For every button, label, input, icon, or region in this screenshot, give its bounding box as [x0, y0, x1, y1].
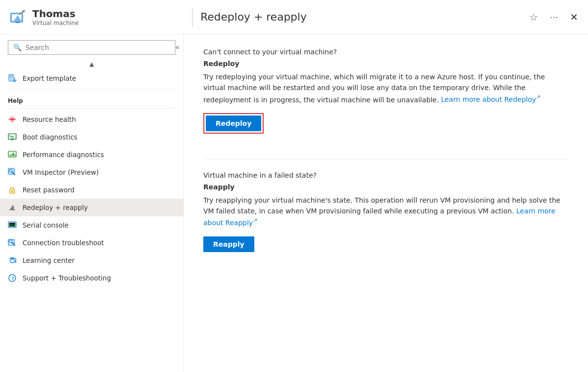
support-troubleshooting-icon: ?	[8, 274, 17, 282]
svg-rect-10	[11, 140, 13, 140]
redeploy-title: Redeploy	[203, 60, 568, 68]
header-actions: ☆ ··· ✕	[527, 9, 580, 25]
search-area: 🔍	[0, 34, 183, 59]
vm-inspector-icon	[8, 168, 17, 177]
redeploy-button[interactable]: Redeploy	[206, 116, 261, 131]
svg-point-29	[15, 261, 17, 263]
sidebar-item-vm-inspector[interactable]: VM Inspector (Preview)	[0, 163, 183, 181]
svg-text:101: 101	[10, 223, 15, 227]
close-icon: ✕	[570, 11, 578, 23]
redeploy-button-wrapper: Redeploy	[203, 113, 264, 134]
redeploy-reapply-icon	[8, 203, 17, 212]
sidebar-item-resource-health[interactable]: Resource health	[0, 111, 183, 128]
header-divider	[192, 7, 193, 27]
serial-console-label: Serial console	[23, 221, 69, 229]
reset-password-label: Reset password	[23, 186, 74, 194]
serial-console-icon: 101	[8, 221, 17, 230]
svg-rect-2	[16, 22, 20, 23]
search-icon: 🔍	[13, 44, 22, 51]
sidebar-item-export-template[interactable]: Export template	[0, 70, 183, 87]
redeploy-learn-more-link[interactable]: Learn more about Redeploy↗	[441, 95, 540, 103]
export-template-icon	[8, 74, 17, 83]
reapply-description: Try reapplying your virtual machine's st…	[203, 195, 568, 229]
svg-rect-5	[10, 75, 13, 76]
sidebar-scroll: ▲ Export template Help	[0, 59, 183, 372]
vm-icon	[8, 7, 27, 27]
search-box: 🔍	[8, 40, 175, 55]
reapply-question: Virtual machine in a failed state?	[203, 171, 568, 179]
export-template-label: Export template	[23, 74, 76, 82]
svg-rect-13	[10, 155, 11, 156]
svg-rect-14	[11, 154, 12, 156]
svg-rect-6	[10, 76, 13, 77]
svg-rect-9	[9, 135, 15, 139]
vm-subtitle: Virtual machine	[32, 20, 79, 26]
svg-rect-16	[14, 154, 15, 156]
redeploy-question: Can't connect to your virtual machine?	[203, 48, 568, 56]
sidebar-item-boot-diagnostics[interactable]: Boot diagnostics	[0, 128, 183, 146]
sidebar-item-redeploy-reapply[interactable]: Redeploy + reapply	[0, 199, 183, 216]
favorite-button[interactable]: ☆	[527, 9, 540, 25]
sidebar-divider-help	[8, 89, 175, 90]
header-left: Thomas Virtual machine	[8, 7, 184, 27]
header-titles: Thomas Virtual machine	[32, 8, 79, 26]
collapse-button[interactable]: «	[172, 40, 183, 54]
sidebar-item-learning-center[interactable]: Learning center	[0, 252, 183, 269]
external-link-icon-reapply: ↗	[253, 218, 257, 224]
sidebar-divider-help2	[8, 108, 175, 109]
svg-rect-15	[13, 153, 14, 156]
page-title: Redeploy + reapply	[200, 11, 527, 23]
more-button[interactable]: ···	[548, 9, 560, 24]
redeploy-description: Try redeploying your virtual machine, wh…	[203, 71, 568, 105]
boot-diagnostics-label: Boot diagnostics	[23, 133, 77, 141]
learning-center-label: Learning center	[23, 256, 74, 264]
star-icon: ☆	[529, 11, 538, 23]
performance-diagnostics-icon	[8, 150, 17, 159]
sidebar-item-performance-diagnostics[interactable]: Performance diagnostics	[0, 146, 183, 163]
resource-health-icon	[8, 115, 17, 124]
ellipsis-icon: ···	[550, 11, 558, 23]
performance-diagnostics-label: Performance diagnostics	[23, 151, 104, 159]
connection-troubleshoot-icon	[8, 238, 17, 247]
reapply-section: Virtual machine in a failed state? Reapp…	[203, 171, 568, 252]
sidebar-item-reset-password[interactable]: Reset password	[0, 181, 183, 199]
sidebar-item-serial-console[interactable]: 101 Serial console	[0, 216, 183, 234]
vm-name: Thomas	[32, 8, 79, 20]
svg-rect-7	[10, 77, 12, 78]
content-divider	[203, 159, 568, 160]
sidebar: 🔍 « ▲ Export template	[0, 34, 184, 372]
reapply-button[interactable]: Reapply	[203, 236, 254, 252]
sidebar-item-connection-troubleshoot[interactable]: Connection troubleshoot	[0, 234, 183, 252]
svg-text:?: ?	[12, 275, 15, 281]
external-link-icon: ↗	[536, 94, 540, 101]
redeploy-reapply-label: Redeploy + reapply	[23, 204, 88, 211]
content-area: Can't connect to your virtual machine? R…	[184, 34, 588, 372]
scroll-up-indicator: ▲	[0, 59, 183, 70]
main-layout: 🔍 « ▲ Export template	[0, 34, 588, 372]
svg-rect-22	[9, 209, 16, 210]
help-section-header: Help	[0, 92, 183, 106]
boot-diagnostics-icon	[8, 133, 17, 141]
connection-troubleshoot-label: Connection troubleshoot	[23, 239, 104, 247]
svg-point-20	[12, 191, 13, 192]
learning-center-icon	[8, 256, 17, 265]
support-troubleshooting-label: Support + Troubleshooting	[23, 274, 111, 282]
resource-health-label: Resource health	[23, 116, 76, 123]
reset-password-icon	[8, 186, 17, 194]
reapply-title: Reapply	[203, 183, 568, 191]
search-input[interactable]	[25, 44, 170, 51]
close-button[interactable]: ✕	[568, 9, 580, 25]
vm-inspector-label: VM Inspector (Preview)	[23, 168, 99, 176]
sidebar-item-support-troubleshooting[interactable]: ? Support + Troubleshooting	[0, 269, 183, 287]
header: Thomas Virtual machine Redeploy + reappl…	[0, 0, 588, 34]
